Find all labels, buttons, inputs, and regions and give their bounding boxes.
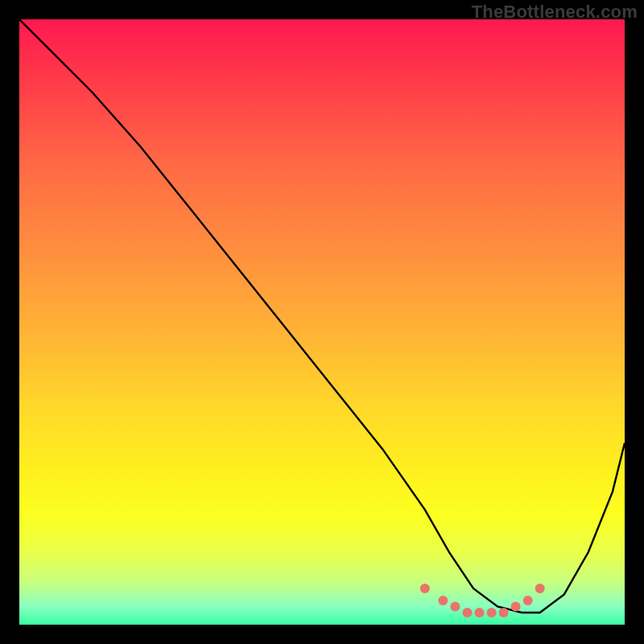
plot-area: [19, 19, 625, 625]
curve-line: [19, 19, 625, 613]
chart-svg: [19, 19, 625, 625]
chart-frame: TheBottleneck.com: [0, 0, 644, 644]
curve-dot: [499, 608, 509, 617]
curve-dot: [535, 584, 545, 593]
curve-dot: [487, 608, 497, 617]
curve-dot: [463, 608, 473, 617]
watermark-text: TheBottleneck.com: [472, 2, 638, 23]
curve-dot: [523, 596, 533, 605]
curve-dot: [511, 601, 521, 611]
curve-dot: [475, 608, 485, 617]
curve-dot: [438, 596, 448, 605]
curve-dot: [450, 601, 460, 611]
curve-dot: [420, 584, 430, 593]
